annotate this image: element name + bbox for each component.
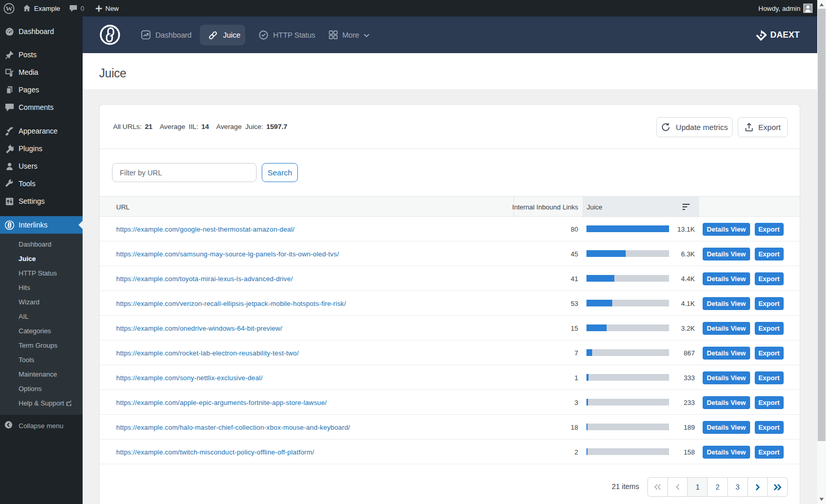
svg-text:W: W xyxy=(6,4,13,12)
